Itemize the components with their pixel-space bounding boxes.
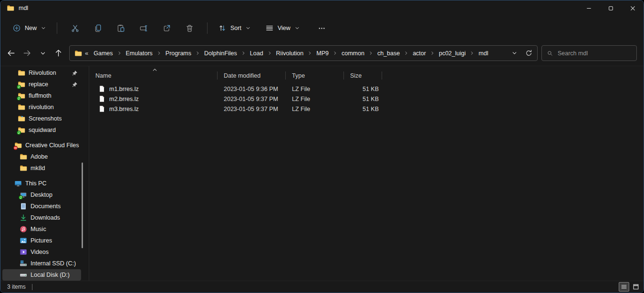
rename-button[interactable] xyxy=(134,20,154,37)
breadcrumb-chevron-icon xyxy=(267,51,273,56)
sidebar-item-this-pc[interactable]: This PC xyxy=(2,178,81,189)
command-toolbar: New Sort View xyxy=(0,16,644,40)
sidebar-item-music[interactable]: Music xyxy=(2,223,81,235)
window-controls xyxy=(578,0,644,16)
sidebar-item-squidward[interactable]: squidward xyxy=(2,124,81,136)
more-options-button[interactable] xyxy=(312,20,332,37)
breadcrumb-segment[interactable]: Programs xyxy=(162,48,195,59)
forward-button[interactable] xyxy=(19,46,35,61)
column-header-type[interactable]: Type xyxy=(286,70,344,81)
file-row[interactable]: m3.brres.lz 2023-01-05 9:37 PM LZ File 5… xyxy=(89,104,644,114)
breadcrumb-segment[interactable]: ch_base xyxy=(374,48,403,59)
file-name: m3.brres.lz xyxy=(109,106,139,112)
sync-badge-icon xyxy=(17,85,21,89)
toolbar-divider xyxy=(207,22,208,34)
file-date-modified: 2023-01-05 9:36 PM xyxy=(218,86,286,92)
sidebar-item-replace[interactable]: replace xyxy=(2,79,81,90)
file-type: LZ File xyxy=(286,96,344,102)
sidebar-item-screenshots[interactable]: Screenshots xyxy=(2,113,81,124)
search-box[interactable] xyxy=(541,45,637,61)
column-header-size[interactable]: Size xyxy=(344,70,382,81)
sidebar-scrollbar[interactable] xyxy=(82,162,83,248)
large-icons-view-toggle[interactable] xyxy=(631,282,641,292)
breadcrumb-segment[interactable]: pc02_luigi xyxy=(436,48,469,59)
breadcrumb-segment[interactable]: actor xyxy=(409,48,429,59)
address-dropdown-button[interactable] xyxy=(507,47,521,60)
sidebar-item-documents[interactable]: Documents xyxy=(2,201,81,212)
file-icon xyxy=(98,105,105,112)
back-button[interactable] xyxy=(3,46,19,61)
paste-button[interactable] xyxy=(111,20,131,37)
downloads-icon xyxy=(20,214,27,222)
sort-ascending-caret-icon xyxy=(152,67,158,73)
sidebar-item-fluffmoth[interactable]: fluffmoth xyxy=(2,90,81,101)
sidebar-item-riivolution-lowercase[interactable]: riivolution xyxy=(2,101,81,113)
sidebar-item-adobe[interactable]: Adobe xyxy=(2,151,81,162)
sidebar-item-local-disk-d[interactable]: Local Disk (D:) xyxy=(2,269,81,281)
breadcrumb-segment[interactable]: Load xyxy=(247,48,267,59)
file-row[interactable]: m1.brres.lz 2023-01-05 9:36 PM LZ File 5… xyxy=(89,84,644,94)
sidebar-item-desktop[interactable]: Desktop xyxy=(2,189,81,201)
sidebar-item-downloads[interactable]: Downloads xyxy=(2,212,81,223)
share-button[interactable] xyxy=(156,20,177,37)
sidebar-item-label: Riivolution xyxy=(29,70,56,76)
column-header-name[interactable]: Name xyxy=(89,70,218,81)
sidebar-item-label: squidward xyxy=(29,127,56,133)
breadcrumb-segment[interactable]: Emulators xyxy=(123,48,156,59)
maximize-button[interactable] xyxy=(600,0,622,16)
sidebar-item-videos[interactable]: Videos xyxy=(2,246,81,258)
column-headers: Name Date modified Type Size xyxy=(89,70,644,81)
file-rows: m1.brres.lz 2023-01-05 9:36 PM LZ File 5… xyxy=(89,84,644,114)
sidebar-item-mk8d[interactable]: mk8d xyxy=(2,162,81,174)
documents-icon xyxy=(20,202,27,210)
sort-button[interactable]: Sort xyxy=(214,20,255,36)
details-view-toggle[interactable] xyxy=(619,282,629,292)
sidebar-item-riivolution-pinned[interactable]: Riivolution xyxy=(2,67,81,79)
breadcrumb-segment[interactable]: DolphinFiles xyxy=(201,48,240,59)
plus-circle-icon xyxy=(12,24,21,32)
folder-icon xyxy=(18,103,25,111)
copy-button[interactable] xyxy=(88,20,108,37)
sidebar-item-label: replace xyxy=(29,81,48,88)
breadcrumb-chevron-icon xyxy=(307,51,313,56)
column-header-date-modified[interactable]: Date modified xyxy=(218,70,286,81)
cut-button[interactable] xyxy=(65,20,85,37)
refresh-button[interactable] xyxy=(521,47,536,60)
minimize-button[interactable] xyxy=(578,0,600,16)
cut-icon xyxy=(71,24,80,33)
file-row[interactable]: m2.brres.lz 2023-01-05 9:37 PM LZ File 5… xyxy=(89,94,644,104)
maximize-icon xyxy=(607,4,615,12)
sidebar-item-internal-ssd-c[interactable]: Internal SSD (C:) xyxy=(2,258,81,269)
item-count: 3 items xyxy=(7,283,26,290)
delete-button[interactable] xyxy=(179,20,199,37)
recent-locations-button[interactable] xyxy=(35,46,51,61)
breadcrumb-segment[interactable]: MP9 xyxy=(313,48,332,59)
breadcrumb-chevron-icon xyxy=(156,51,162,56)
new-button[interactable]: New xyxy=(8,20,51,36)
sidebar-item-label: This PC xyxy=(25,180,46,187)
navigation-bar: « Games Emulators Programs DolphinFiles … xyxy=(0,40,644,66)
status-divider xyxy=(32,284,32,290)
breadcrumb-overflow-indicator[interactable]: « xyxy=(82,50,90,57)
folder-screenshots-icon xyxy=(18,115,25,122)
sidebar-item-pictures[interactable]: Pictures xyxy=(2,235,81,246)
close-icon xyxy=(629,4,637,12)
breadcrumb-segment[interactable]: Riivolution xyxy=(273,48,307,59)
breadcrumb-segment[interactable]: Games xyxy=(90,48,116,59)
sidebar-item-label: Adobe xyxy=(31,153,48,160)
arrow-up-icon xyxy=(54,49,63,58)
up-button[interactable] xyxy=(51,46,66,61)
search-input[interactable] xyxy=(558,50,632,57)
view-button[interactable]: View xyxy=(261,20,304,36)
close-button[interactable] xyxy=(622,0,644,16)
breadcrumb-segment-current[interactable]: mdl xyxy=(475,48,491,59)
navigation-pane: Riivolution replace fluffmoth riivolutio… xyxy=(0,66,89,281)
sync-badge-icon xyxy=(19,195,23,200)
sidebar-item-creative-cloud-files[interactable]: Creative Cloud Files xyxy=(2,140,81,151)
address-bar[interactable]: « Games Emulators Programs DolphinFiles … xyxy=(69,45,538,61)
breadcrumb-chevron-icon xyxy=(368,51,374,56)
window-title: mdl xyxy=(19,5,28,11)
sidebar-group-gap xyxy=(0,174,89,178)
breadcrumb-segment[interactable]: common xyxy=(338,48,368,59)
status-bar: 3 items xyxy=(0,281,644,293)
